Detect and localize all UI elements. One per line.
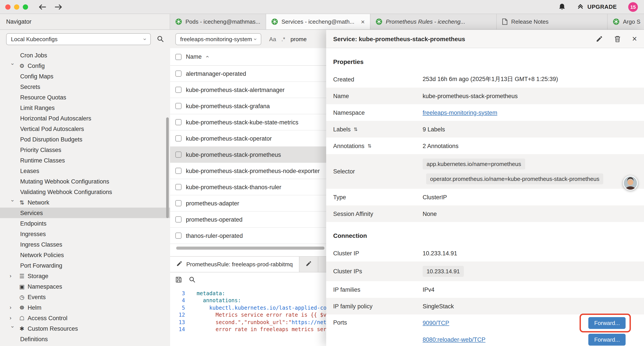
sidebar-item-runtime-classes[interactable]: Runtime Classes xyxy=(0,155,170,166)
search-input[interactable]: prome xyxy=(290,36,307,42)
row-checkbox[interactable] xyxy=(175,168,182,174)
row-checkbox[interactable] xyxy=(175,184,182,190)
sidebar-item-services[interactable]: Services xyxy=(0,208,170,218)
edit-pencil-icon[interactable] xyxy=(596,35,603,42)
row-checkbox[interactable] xyxy=(175,152,182,158)
forward-arrow-icon[interactable] xyxy=(54,4,62,10)
sidebar-item-helm[interactable]: ›☸Helm xyxy=(0,302,170,313)
upgrade-button[interactable]: UPGRADE xyxy=(577,3,617,11)
sidebar-item-access-control[interactable]: ›☖Access Control xyxy=(0,313,170,323)
kubernetes-icon xyxy=(376,18,382,25)
sidebar-item-definitions[interactable]: Definitions xyxy=(0,334,170,344)
chevron-right-icon[interactable]: › xyxy=(10,304,18,311)
sidebar-item-endpoints[interactable]: Endpoints xyxy=(0,218,170,229)
back-arrow-icon[interactable] xyxy=(38,4,46,10)
helm-icon: ☸ xyxy=(18,304,26,311)
sidebar-item-secrets[interactable]: Secrets xyxy=(0,81,170,92)
horizontal-scrollbar[interactable] xyxy=(176,247,324,250)
sidebar-item-port-forwarding[interactable]: Port Forwarding xyxy=(0,260,170,271)
sidebar-item-resource-quotas[interactable]: Resource Quotas xyxy=(0,92,170,102)
row-checkbox[interactable] xyxy=(175,216,182,223)
namespace-select[interactable]: freeleaps-monitoring-system › xyxy=(175,33,261,45)
sidebar-item-events[interactable]: ◷Events xyxy=(0,292,170,302)
tab-argo-s[interactable]: Argo S xyxy=(608,14,644,29)
sidebar-search-icon[interactable] xyxy=(157,35,164,42)
dock-tab-prometheusrule[interactable]: PrometheusRule: freeleaps-prod-rabbitmq xyxy=(170,257,300,272)
field-label-text: Annotations xyxy=(333,143,364,149)
field-label: Cluster IPs xyxy=(326,268,422,275)
sidebar-item-network[interactable]: ›⇅Network xyxy=(0,197,170,208)
expand-collapse-icon[interactable]: ⇅ xyxy=(354,126,358,132)
notifications-bell-icon[interactable] xyxy=(558,3,566,10)
row-checkbox[interactable] xyxy=(175,70,182,77)
sort-ascending-icon[interactable]: › xyxy=(204,56,210,58)
port-link[interactable]: 9090/TCP xyxy=(422,320,449,326)
chevron-down-icon[interactable]: › xyxy=(10,200,16,208)
tab-label: Prometheus Rules - icecheng... xyxy=(386,18,491,25)
forward-button[interactable]: Forward... xyxy=(588,334,626,345)
editor-search-icon[interactable] xyxy=(189,276,196,283)
port-link[interactable]: 8080:reloader-web/TCP xyxy=(422,336,486,343)
row-checkbox[interactable] xyxy=(175,119,182,125)
chevron-down-icon[interactable]: › xyxy=(10,63,16,71)
sidebar-item-ingress-classes[interactable]: Ingress Classes xyxy=(0,239,170,250)
sidebar-item-storage[interactable]: ›☰Storage xyxy=(0,271,170,281)
tab-services-icecheng-math[interactable]: Services - icecheng@math...× xyxy=(266,14,370,29)
sidebar-item-horizontal-pod-autoscalers[interactable]: Horizontal Pod Autoscalers xyxy=(0,113,170,123)
user-avatar[interactable] xyxy=(623,176,638,191)
edit-pencil-icon xyxy=(306,261,312,268)
tab-release-notes[interactable]: Release Notes xyxy=(497,14,608,29)
row-checkbox[interactable] xyxy=(175,233,182,239)
field-label-text: Cluster IPs xyxy=(333,268,362,275)
token: error rate in freeleaps metrics ser xyxy=(216,326,326,333)
search-filter[interactable]: Aa .* prome xyxy=(269,36,307,42)
sidebar-item-namespaces[interactable]: ▣Namespaces xyxy=(0,281,170,292)
line-number: 3 xyxy=(170,290,190,297)
kubeconfig-select[interactable]: Local Kubeconfigs › xyxy=(6,33,151,45)
row-checkbox[interactable] xyxy=(175,87,182,93)
sidebar-item-config-maps[interactable]: Config Maps xyxy=(0,71,170,81)
select-all-checkbox[interactable] xyxy=(175,54,182,60)
delete-trash-icon[interactable] xyxy=(614,35,621,42)
badge-list: 10.233.14.91 xyxy=(422,262,635,281)
window-controls xyxy=(5,4,28,9)
expand-collapse-icon[interactable]: ⇅ xyxy=(368,143,372,149)
maximize-window-button[interactable] xyxy=(23,4,28,9)
tab-pods-icecheng-mathmas[interactable]: Pods - icecheng@mathmas... xyxy=(170,14,266,29)
sidebar-item-cron-jobs[interactable]: Cron Jobs xyxy=(0,50,170,60)
save-icon[interactable] xyxy=(175,276,182,283)
sidebar-item-priority-classes[interactable]: Priority Classes xyxy=(0,145,170,155)
tab-prometheus-rules-icecheng[interactable]: Prometheus Rules - icecheng... xyxy=(370,14,497,29)
sidebar-item-label: Storage xyxy=(28,273,48,279)
section-heading-properties: Properties xyxy=(326,48,644,71)
match-case-toggle[interactable]: Aa xyxy=(269,36,276,42)
close-window-button[interactable] xyxy=(5,4,10,9)
chevron-right-icon[interactable]: › xyxy=(10,315,18,321)
chevron-right-icon[interactable]: › xyxy=(10,273,18,279)
notification-count-badge[interactable]: 15 xyxy=(628,2,638,11)
chevron-down-icon[interactable]: › xyxy=(10,326,16,334)
sidebar-item-network-policies[interactable]: Network Policies xyxy=(0,250,170,260)
tab-close-icon[interactable]: × xyxy=(361,18,365,25)
sidebar-item-limit-ranges[interactable]: Limit Ranges xyxy=(0,102,170,113)
dock-tab-next[interactable] xyxy=(300,257,318,272)
row-checkbox[interactable] xyxy=(175,103,182,109)
sidebar-item-ingresses[interactable]: Ingresses xyxy=(0,229,170,239)
sidebar-item-validating-webhook-configurations[interactable]: Validating Webhook Configurations xyxy=(0,187,170,197)
port-line: 8080:reloader-web/TCPForward... xyxy=(422,331,635,346)
minimize-window-button[interactable] xyxy=(14,4,19,9)
sidebar-item-custom-resources[interactable]: ›✱Custom Resources xyxy=(0,323,170,334)
forward-button[interactable]: Forward... xyxy=(588,317,626,329)
sidebar-item-leases[interactable]: Leases xyxy=(0,166,170,176)
sidebar-item-config[interactable]: ›⚙Config xyxy=(0,60,170,71)
regex-toggle[interactable]: .* xyxy=(282,36,285,42)
sidebar-item-pod-disruption-budgets[interactable]: Pod Disruption Budgets xyxy=(0,134,170,145)
sidebar-item-mutating-webhook-configurations[interactable]: Mutating Webhook Configurations xyxy=(0,176,170,187)
row-checkbox[interactable] xyxy=(175,135,182,141)
name-column-header[interactable]: Name xyxy=(186,53,202,60)
row-checkbox[interactable] xyxy=(175,200,182,206)
namespace-link[interactable]: freeleaps-monitoring-system xyxy=(422,109,497,116)
sidebar-scrollbar[interactable] xyxy=(166,117,169,218)
sidebar-item-vertical-pod-autoscalers[interactable]: Vertical Pod Autoscalers xyxy=(0,123,170,134)
close-icon[interactable]: × xyxy=(632,34,637,43)
